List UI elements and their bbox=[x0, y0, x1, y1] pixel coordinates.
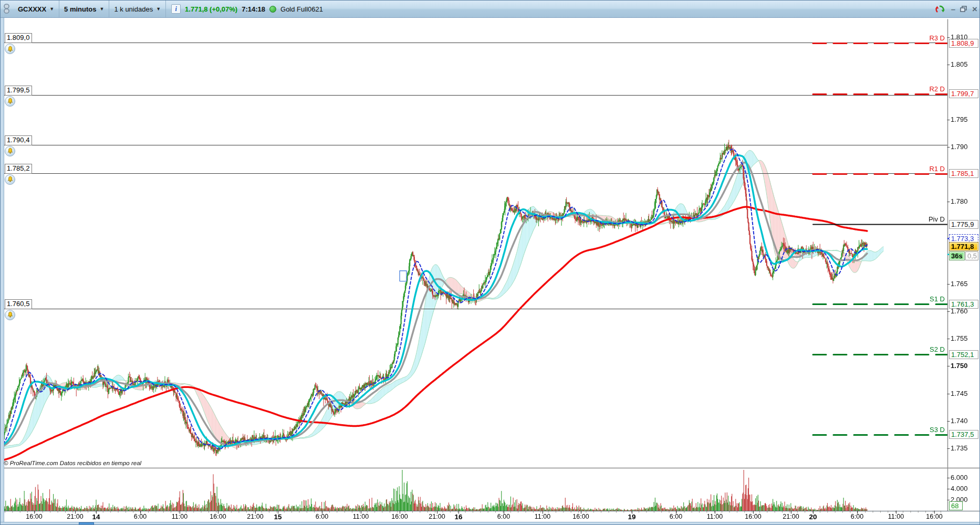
x-axis-tick: 11:00 bbox=[707, 513, 723, 520]
x-axis-tick: 16:00 bbox=[745, 513, 761, 520]
secondary-value-box: 0,5 bbox=[965, 251, 978, 260]
y-axis-tick: 1.735 bbox=[951, 444, 968, 452]
y-axis-tick: 1.760 bbox=[951, 307, 968, 315]
x-axis-tick: 16:00 bbox=[26, 513, 42, 520]
x-axis-tick: 21:00 bbox=[247, 513, 263, 520]
x-axis-tick: 6:00 bbox=[134, 513, 147, 520]
y-axis-tick: 1.740 bbox=[951, 417, 968, 425]
alarm-price-label[interactable]: 1.785,2 bbox=[5, 164, 32, 174]
chart-window: GCXXXX ▼ 5 minutos ▼ 1 k unidades ▼ i 1.… bbox=[0, 0, 980, 525]
alarm-bell-button[interactable] bbox=[5, 310, 15, 320]
pivot-value-box: 1.752,1 bbox=[949, 350, 978, 359]
x-axis-tick: 16 bbox=[454, 513, 462, 521]
alarm-bell-button[interactable] bbox=[5, 96, 15, 107]
pivot-value-box: 1.737,5 bbox=[949, 430, 978, 439]
x-axis-tick: 21:00 bbox=[67, 513, 83, 520]
bell-icon bbox=[7, 311, 14, 318]
alarm-price-label[interactable]: 1.799,5 bbox=[5, 86, 32, 96]
horizontal-scrollbar[interactable] bbox=[1, 522, 980, 525]
scrollbar-thumb[interactable] bbox=[79, 522, 94, 525]
x-axis-tick: 11:00 bbox=[888, 513, 904, 520]
y-axis-tick: 1.780 bbox=[951, 197, 968, 205]
current-volume-box: 68 bbox=[949, 501, 963, 510]
x-axis-tick: 19 bbox=[628, 513, 635, 521]
alarm-bell-button[interactable] bbox=[5, 174, 15, 185]
y-axis-tick: 1.810 bbox=[951, 33, 968, 41]
pivot-level-label: S2 D bbox=[930, 346, 945, 353]
y-axis-tick: 1.750 bbox=[951, 362, 968, 370]
x-axis-tick: 21:00 bbox=[429, 513, 445, 520]
x-axis-tick: 6:00 bbox=[497, 513, 510, 520]
x-axis-tick: 15 bbox=[274, 513, 282, 521]
alarm-price-label[interactable]: 1.760,5 bbox=[5, 299, 32, 309]
x-axis-tick: 16:00 bbox=[210, 513, 226, 520]
bell-icon bbox=[7, 176, 14, 183]
bar-countdown-box: 36s bbox=[949, 251, 965, 260]
x-axis-tick: 20 bbox=[809, 513, 817, 521]
volume-axis-tick: 4.000 bbox=[951, 485, 968, 492]
x-axis-tick: 6:00 bbox=[851, 513, 863, 520]
alarm-bell-button[interactable] bbox=[5, 146, 15, 156]
x-axis-tick: 21:00 bbox=[783, 513, 799, 520]
y-axis-tick: 1.755 bbox=[951, 334, 968, 342]
pivot-level-label: S1 D bbox=[930, 296, 945, 302]
x-axis-tick: 11:00 bbox=[353, 513, 369, 520]
pivot-level-label: R1 D bbox=[929, 165, 945, 172]
ma-current-value-box: 1.773,3 bbox=[949, 234, 978, 243]
bell-icon bbox=[7, 148, 14, 154]
last-price-box: 1.771,8 bbox=[949, 242, 978, 251]
x-axis-tick: 11:00 bbox=[535, 513, 550, 520]
y-axis-tick: 1.765 bbox=[951, 280, 968, 288]
y-axis-tick: 1.790 bbox=[951, 143, 968, 151]
pivot-level-label: R3 D bbox=[929, 35, 945, 41]
x-axis-tick: 6:00 bbox=[670, 513, 682, 520]
x-axis-tick: 16:00 bbox=[391, 513, 408, 520]
x-axis-tick: 14 bbox=[92, 513, 100, 521]
alarm-price-label[interactable]: 1.809,0 bbox=[5, 33, 32, 43]
x-axis-tick: 16:00 bbox=[572, 513, 589, 520]
x-axis-tick: 6:00 bbox=[316, 513, 328, 520]
alarm-price-label[interactable]: 1.790,4 bbox=[5, 135, 32, 145]
price-chart-canvas[interactable] bbox=[1, 1, 980, 525]
x-axis-tick: 16:00 bbox=[926, 513, 942, 520]
pivot-level-label: R2 D bbox=[929, 86, 945, 92]
y-axis-tick: 1.795 bbox=[951, 116, 968, 123]
x-axis-tick: 11:00 bbox=[172, 513, 187, 520]
pivot-value-box: 1.785,1 bbox=[949, 169, 978, 178]
window-left-frame bbox=[1, 18, 4, 522]
bell-icon bbox=[7, 98, 14, 104]
bell-icon bbox=[7, 46, 14, 52]
volume-axis-tick: 6.000 bbox=[951, 474, 968, 481]
y-axis-tick: 1.745 bbox=[951, 390, 968, 397]
pivot-value-box: 1.775,9 bbox=[949, 220, 978, 229]
pivot-value-box: 1.799,7 bbox=[949, 89, 978, 98]
y-axis-tick: 1.805 bbox=[951, 60, 968, 68]
pivot-level-label: Piv D bbox=[929, 216, 945, 223]
pivot-level-label: S3 D bbox=[930, 426, 945, 433]
copyright-notice: © ProRealTime.com Datos recibidos en tie… bbox=[4, 460, 141, 466]
